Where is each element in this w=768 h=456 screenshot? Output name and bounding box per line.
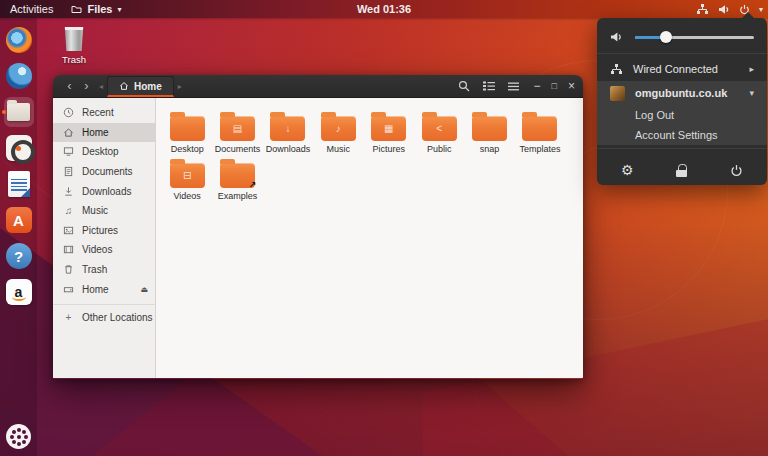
- folder-emblem: [522, 116, 557, 141]
- system-menu: Wired Connected ▸ omgubuntu.co.uk ▾ Log …: [597, 18, 767, 185]
- volume-slider[interactable]: [635, 31, 754, 43]
- files-icon: [7, 103, 30, 121]
- video-icon: [62, 244, 75, 255]
- download-icon: [62, 186, 75, 197]
- dock-item-libreoffice-writer[interactable]: [4, 169, 34, 199]
- ubuntu-software-icon: A: [6, 207, 32, 233]
- folder-item-music[interactable]: ♪ Music: [313, 110, 363, 157]
- folder-item-pictures[interactable]: ▦ Pictures: [364, 110, 414, 157]
- menu-pointer: [741, 12, 755, 19]
- settings-gear-icon[interactable]: ⚙: [621, 162, 634, 178]
- app-menu-label: Files: [87, 3, 112, 15]
- dock-item-thunderbird[interactable]: [4, 61, 34, 91]
- activities-button[interactable]: Activities: [10, 3, 53, 15]
- header-bar: ‹ › ◂ Home ▸ − □ ×: [53, 75, 583, 98]
- desktop-icon: [62, 146, 75, 157]
- sidebar-item-home-drive[interactable]: Home ⏏: [53, 279, 155, 299]
- trash-label: Trash: [52, 54, 96, 65]
- clock-button[interactable]: Wed 01:36: [357, 3, 411, 15]
- pathbar-label: Home: [134, 81, 162, 92]
- chevron-right-icon: ▸: [749, 64, 754, 74]
- dock-item-ubuntu-software[interactable]: A: [4, 205, 34, 235]
- dock-item-firefox[interactable]: [4, 25, 34, 55]
- eject-icon[interactable]: ⏏: [140, 285, 148, 294]
- libreoffice-writer-icon: [8, 171, 30, 197]
- folder-icon: [71, 4, 82, 14]
- menu-item-wired[interactable]: Wired Connected ▸: [597, 57, 767, 81]
- sidebar-item-label: Home: [82, 284, 109, 295]
- dock-item-rhythmbox[interactable]: [4, 133, 34, 163]
- folder-item-templates[interactable]: Templates: [515, 110, 565, 157]
- folder-label: Desktop: [171, 144, 204, 154]
- folder-item-documents[interactable]: ▤ Documents: [212, 110, 262, 157]
- folder-item-desktop[interactable]: Desktop: [162, 110, 212, 157]
- sidebar-item-pictures[interactable]: Pictures: [53, 221, 155, 241]
- folder-item-snap[interactable]: snap: [464, 110, 514, 157]
- list-view-icon[interactable]: [483, 81, 495, 91]
- folder-icon: ↓: [270, 116, 305, 141]
- user-label: omgubuntu.co.uk: [635, 87, 727, 99]
- folder-item-public[interactable]: < Public: [414, 110, 464, 157]
- sidebar-item-downloads[interactable]: Downloads: [53, 181, 155, 201]
- sidebar-item-label: Other Locations: [82, 312, 153, 323]
- minimize-button[interactable]: −: [534, 79, 541, 93]
- thunderbird-icon: [6, 63, 32, 89]
- sidebar-item-documents[interactable]: Documents: [53, 162, 155, 182]
- maximize-button[interactable]: □: [552, 81, 557, 91]
- top-bar: Activities Files ▾ Wed 01:36 ▾: [0, 0, 768, 18]
- folder-item-videos[interactable]: ⊟ Videos: [162, 157, 212, 204]
- hamburger-menu-icon[interactable]: [508, 82, 519, 91]
- back-button[interactable]: ‹: [61, 76, 78, 96]
- pathbar-home-button[interactable]: Home: [107, 76, 174, 97]
- lock-icon[interactable]: [676, 164, 687, 177]
- folder-icon: [170, 116, 205, 141]
- music-note-icon: ♫: [62, 205, 75, 216]
- sidebar-item-recent[interactable]: Recent: [53, 103, 155, 123]
- menu-item-account-settings[interactable]: Account Settings: [597, 125, 767, 145]
- dock-item-files[interactable]: [4, 97, 34, 127]
- power-icon[interactable]: [730, 164, 743, 177]
- sidebar-item-other-locations[interactable]: + Other Locations: [53, 308, 155, 328]
- menu-action-row: ⚙: [597, 152, 767, 188]
- menu-item-logout[interactable]: Log Out: [597, 105, 767, 125]
- sidebar-item-videos[interactable]: Videos: [53, 240, 155, 260]
- folder-label: Pictures: [373, 144, 406, 154]
- sidebar-item-trash[interactable]: Trash: [53, 260, 155, 280]
- trash-icon: [62, 264, 75, 275]
- folder-icon: ↗: [220, 163, 255, 188]
- sidebar-separator: [53, 304, 155, 305]
- folder-icon: ♪: [321, 116, 356, 141]
- picture-icon: [62, 225, 75, 236]
- menu-item-user[interactable]: omgubuntu.co.uk ▾: [597, 81, 767, 105]
- help-glyph: ?: [14, 248, 23, 265]
- close-button[interactable]: ×: [568, 79, 575, 93]
- folder-label: Public: [427, 144, 452, 154]
- folder-item-examples[interactable]: ↗ Examples: [212, 157, 262, 204]
- amazon-glyph: a: [15, 284, 23, 300]
- video-emblem-icon: ⊟: [170, 163, 205, 188]
- firefox-icon: [6, 27, 32, 53]
- user-section: omgubuntu.co.uk ▾ Log Out Account Settin…: [597, 81, 767, 145]
- folder-label: Examples: [218, 191, 258, 201]
- folder-icon: [472, 116, 507, 141]
- sidebar-item-home[interactable]: Home: [53, 123, 155, 143]
- desktop-trash-icon[interactable]: Trash: [52, 27, 96, 65]
- home-icon: [119, 81, 129, 91]
- folder-icon: ▤: [220, 116, 255, 141]
- folder-icon: ▦: [371, 116, 406, 141]
- folder-icon: [522, 116, 557, 141]
- document-icon: [62, 166, 75, 177]
- dock-item-help[interactable]: ?: [4, 241, 34, 271]
- slider-knob[interactable]: [660, 31, 672, 43]
- sidebar-item-desktop[interactable]: Desktop: [53, 142, 155, 162]
- sidebar-item-music[interactable]: ♫ Music: [53, 201, 155, 221]
- folder-item-downloads[interactable]: ↓ Downloads: [263, 110, 313, 157]
- search-icon[interactable]: [458, 80, 470, 92]
- forward-button[interactable]: ›: [78, 76, 95, 96]
- sidebar-item-label: Desktop: [82, 146, 119, 157]
- rhythmbox-icon: [6, 135, 32, 161]
- show-applications-button[interactable]: [6, 424, 31, 449]
- app-menu-button[interactable]: Files ▾: [71, 3, 121, 15]
- dock-item-amazon[interactable]: a: [4, 277, 34, 307]
- drive-icon: [62, 284, 75, 295]
